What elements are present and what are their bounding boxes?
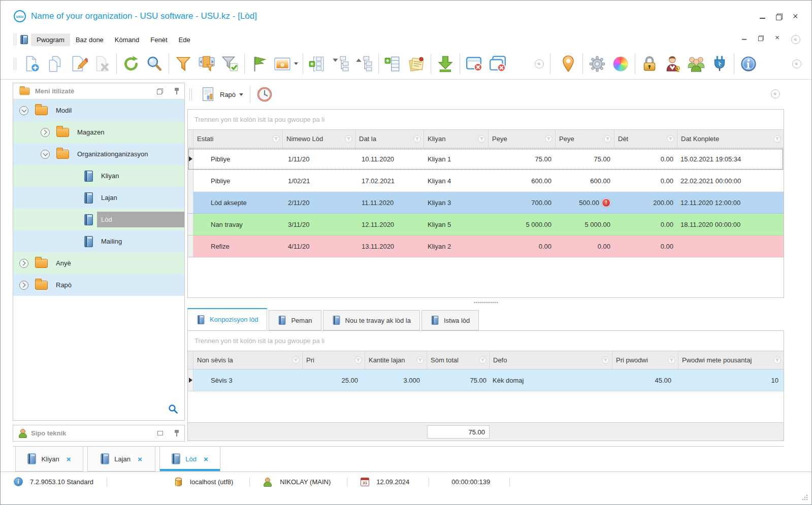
toolbar-overflow-chevron-icon[interactable] xyxy=(535,59,544,69)
menu-baz-done[interactable]: Baz done xyxy=(70,33,109,46)
plugin-button[interactable] xyxy=(708,52,731,76)
mdi-tab-lod[interactable]: Lòd xyxy=(159,447,220,472)
user-permissions-button[interactable] xyxy=(661,52,685,76)
pin-icon[interactable] xyxy=(174,430,179,436)
child-minimize-button[interactable] xyxy=(741,36,747,41)
close-tab-icon[interactable] xyxy=(204,455,208,463)
column-header-nimewo-lod[interactable]: Nimewo Lòd xyxy=(283,130,355,148)
new-document-button[interactable] xyxy=(20,52,44,76)
filter-funnel-icon[interactable] xyxy=(354,356,362,364)
tab-nou-te-travay[interactable]: Nou te travay ak lòd la xyxy=(323,310,420,330)
tree-item-kliyan[interactable]: Kliyan xyxy=(13,165,184,187)
report-toolbar-grip[interactable] xyxy=(189,88,192,100)
delete-document-button[interactable] xyxy=(90,52,114,76)
report-toolbar-chevron-icon[interactable] xyxy=(771,89,780,98)
tree-item-mailing[interactable]: Mailing xyxy=(13,230,184,252)
menu-fenet[interactable]: Fenèt xyxy=(145,33,173,46)
filter-funnel-icon[interactable] xyxy=(479,356,486,364)
color-palette-button[interactable] xyxy=(609,52,632,76)
order-row[interactable]: Lòd aksepte 2/11/20 11.11.2020 Kliyan 3 … xyxy=(188,192,784,214)
image-button[interactable] xyxy=(271,52,300,76)
order-row[interactable]: Pibliye 1/11/20 10.11.2020 Kliyan 1 75.0… xyxy=(188,148,784,170)
child-restore-button[interactable] xyxy=(758,36,764,41)
column-header-dat-konplete[interactable]: Dat Konplete xyxy=(677,130,784,148)
tab-istwa-lod[interactable]: Istwa lòd xyxy=(421,310,479,330)
tree-item-lajan[interactable]: Lajan xyxy=(13,187,184,209)
minimize-button[interactable] xyxy=(759,14,766,20)
collapse-tree-button[interactable] xyxy=(329,52,352,76)
report-dropdown-button[interactable]: Rapò xyxy=(196,84,247,105)
filter-funnel-icon[interactable] xyxy=(545,135,553,143)
filter-funnel-icon[interactable] xyxy=(773,135,781,143)
column-header-defo[interactable]: Defo xyxy=(490,351,612,369)
flag-button[interactable] xyxy=(247,52,271,76)
mdi-tab-lajan[interactable]: Lajan xyxy=(87,447,155,472)
expand-groups-button[interactable] xyxy=(306,52,329,76)
tab-peman[interactable]: Peman xyxy=(269,310,321,330)
menu-pwogram[interactable]: Pwogram xyxy=(31,33,70,46)
filter-funnel-icon[interactable] xyxy=(272,135,280,143)
notes-button[interactable] xyxy=(405,52,428,76)
float-panel-icon[interactable] xyxy=(157,88,163,94)
close-tab-icon[interactable] xyxy=(67,455,71,463)
resize-grip-icon[interactable] xyxy=(801,494,808,500)
column-header-kantite[interactable]: Kantite lajan xyxy=(365,351,427,369)
filter-funnel-icon[interactable] xyxy=(668,356,675,364)
child-close-button[interactable] xyxy=(775,36,781,41)
menu-overflow-chevron-icon[interactable] xyxy=(791,35,800,44)
filter-funnel-icon[interactable] xyxy=(667,135,674,143)
order-row[interactable]: Pibliye 1/02/21 17.02.2021 Kliyan 4 600.… xyxy=(188,170,784,192)
drag-grip[interactable] xyxy=(14,33,16,46)
pin-icon[interactable] xyxy=(174,88,179,94)
filter-funnel-icon[interactable] xyxy=(413,135,421,143)
filter-funnel-icon[interactable] xyxy=(478,135,485,143)
calendar-icon[interactable]: 31 xyxy=(361,478,369,486)
filter-funnel-icon[interactable] xyxy=(292,356,300,364)
column-header-pri-pwodwi[interactable]: Pri pwodwi xyxy=(612,351,678,369)
maximize-button[interactable] xyxy=(776,14,783,20)
column-header-det[interactable]: Dèt xyxy=(614,130,677,148)
collapse-node-icon[interactable] xyxy=(19,106,28,115)
expand-node-icon[interactable] xyxy=(41,128,50,137)
menu-komand[interactable]: Kòmand xyxy=(109,33,145,46)
column-header-dat-la[interactable]: Dat la xyxy=(355,130,424,148)
filter-settings-button[interactable] xyxy=(195,52,218,76)
filter-funnel-icon[interactable] xyxy=(602,356,609,364)
expand-node-icon[interactable] xyxy=(19,281,28,290)
location-pin-button[interactable] xyxy=(557,52,580,76)
filter-funnel-icon[interactable] xyxy=(345,135,352,143)
image-dropdown-icon[interactable] xyxy=(294,62,298,65)
filter-funnel-icon[interactable] xyxy=(416,356,424,364)
tree-item-magazen[interactable]: Magazen xyxy=(13,121,184,143)
close-all-windows-button[interactable] xyxy=(486,52,509,76)
order-row[interactable]: Refize 4/11/20 13.11.2020 Kliyan 2 0.00 … xyxy=(188,235,784,257)
column-header-peye-2[interactable]: Peye xyxy=(556,130,614,148)
column-header-kliyan[interactable]: Kliyan xyxy=(424,130,489,148)
filter-apply-button[interactable] xyxy=(218,52,242,76)
tree-item-rapo[interactable]: Rapò xyxy=(13,274,184,296)
close-button[interactable] xyxy=(793,14,799,20)
settings-button[interactable] xyxy=(586,52,609,76)
column-header-peye[interactable]: Peye xyxy=(489,130,556,148)
expand-node-icon[interactable] xyxy=(19,259,28,268)
expand-tree-button[interactable] xyxy=(352,52,376,76)
add-row-button[interactable] xyxy=(381,52,405,76)
collapse-node-icon[interactable] xyxy=(41,150,50,159)
column-header-som-total[interactable]: Sòm total xyxy=(427,351,490,369)
toolbar-grip[interactable] xyxy=(14,58,16,70)
mdi-tab-kliyan[interactable]: Kliyan xyxy=(15,447,83,472)
tree-item-lod[interactable]: Lòd xyxy=(13,209,184,230)
export-button[interactable] xyxy=(434,52,457,76)
tree-item-organizasyon[interactable]: Organizationganizasyon xyxy=(13,143,184,165)
item-row[interactable]: Sèvis 3 25.00 3.000 75.00 Kèk domaj 45.0… xyxy=(188,369,784,391)
filter-funnel-icon[interactable] xyxy=(773,356,781,364)
filter-funnel-icon[interactable] xyxy=(604,135,611,143)
copy-document-button[interactable] xyxy=(44,52,67,76)
order-row[interactable]: Nan travay 3/11/20 12.11.2020 Kliyan 5 5… xyxy=(188,214,784,235)
filter-button[interactable] xyxy=(172,52,195,76)
restore-panel-icon[interactable] xyxy=(157,431,163,435)
toolbar-overflow-right-chevron-icon[interactable] xyxy=(792,59,801,69)
user-groups-button[interactable] xyxy=(685,52,708,76)
grid-splitter[interactable] xyxy=(187,299,784,306)
column-header-non-sevis[interactable]: Non sèvis la xyxy=(193,351,303,369)
